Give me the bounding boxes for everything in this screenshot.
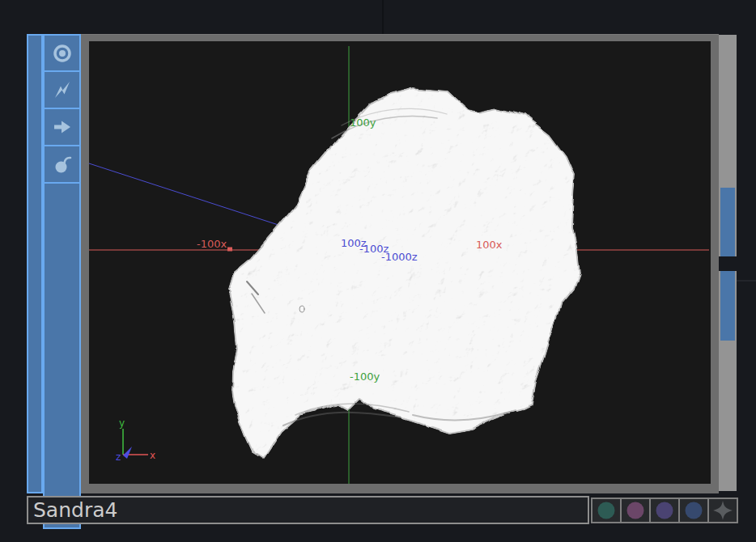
z-axis-line [89,163,286,227]
star-icon [712,500,733,521]
toolbar [43,34,81,493]
target-button[interactable] [43,34,81,72]
bomb-icon [52,154,73,175]
background-seam-horizontal [737,280,756,282]
label-neg-x: -100x [197,238,227,250]
background-seam-vertical [382,0,384,34]
arrow-button[interactable] [43,108,81,146]
right-scrollbar-gap [719,256,737,271]
toolbar-empty-panel [43,182,81,529]
right-scrollbar-thumb-lower[interactable] [720,271,735,341]
blue-swatch-icon [680,499,707,522]
bomb-button[interactable] [43,145,81,184]
violet-swatch-icon [651,499,678,522]
lightning-icon [52,79,73,100]
arrow-right-icon [52,116,73,138]
gizmo-z-axis [123,447,132,459]
object-name-input[interactable] [27,496,589,524]
purple-swatch-icon [622,499,649,522]
gizmo-z-label: z [116,451,121,463]
lightning-button[interactable] [43,70,81,109]
label-pos-x: 100x [476,239,503,251]
right-scrollbar-track [719,35,737,491]
violet-swatch-button[interactable] [649,498,680,523]
star-button[interactable] [707,498,738,523]
label-pos-y: 100y [350,116,376,129]
right-scrollbar-thumb-upper[interactable] [720,188,735,256]
bullseye-icon [52,43,73,64]
app-window: 100y -100y -100x 100x 100z -100z -1000z … [0,0,756,542]
gizmo-x-label: x [150,450,155,461]
label-neg-y: -100y [350,371,380,383]
scene-canvas: 100y -100y -100x 100x 100z -100z -1000z … [89,41,711,484]
purple-swatch-button[interactable] [620,498,651,523]
gizmo-y-label: y [119,417,125,429]
blue-swatch-button[interactable] [678,498,709,523]
asteroid-mesh [228,89,579,458]
orientation-gizmo: y x z [116,417,155,463]
swatch-toolbar [591,498,738,523]
toolbar-rail [27,34,43,493]
3d-viewport[interactable]: 100y -100y -100x 100x 100z -100z -1000z … [89,41,711,484]
teal-swatch-button[interactable] [591,498,622,523]
teal-swatch-icon [592,499,620,522]
x-axis-tick-marker [227,248,232,252]
label-neg-z-far: -1000z [381,251,418,263]
